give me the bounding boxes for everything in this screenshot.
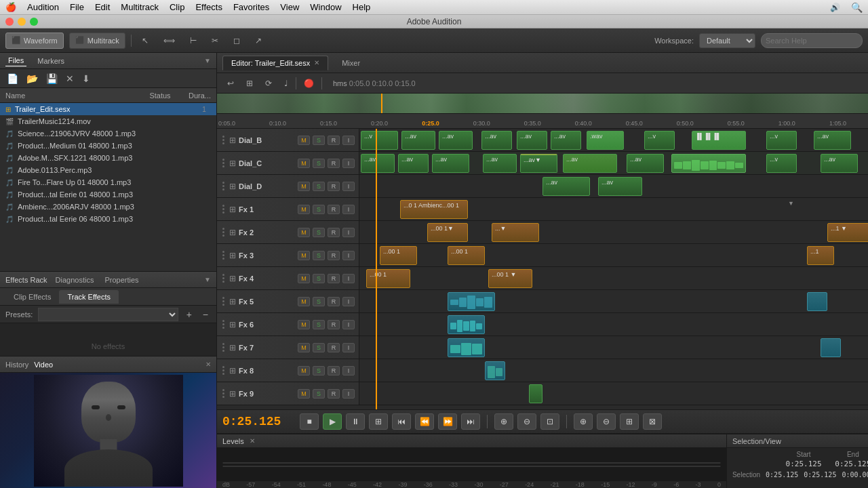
clip[interactable]: ...v [766,131,797,150]
clip[interactable]: ...v [361,131,398,150]
record-btn[interactable]: R [328,274,340,283]
history-tab[interactable]: History [5,361,28,369]
add-effect-btn[interactable]: + [184,308,195,321]
drag-handle[interactable] [221,159,226,167]
clip[interactable]: ...av [542,177,590,196]
zoom-selection-btn[interactable]: ⊠ [643,413,662,430]
track-input-btn[interactable]: I [342,159,355,168]
record-btn[interactable]: R [328,182,340,191]
zoom-vertical-in-btn[interactable]: ⊕ [574,413,593,430]
file-item[interactable]: 🎵 Ambienc...2006ARJV 48000 1.mp3 [0,201,216,213]
metronome-btn[interactable]: ♩ [279,76,293,91]
clip[interactable]: ...0 1 Ambienc...00 1 [400,200,468,219]
zoom-in-btn[interactable]: ⊕ [494,413,513,430]
multitrack-btn[interactable]: ⬛ Multitrack [69,33,125,49]
solo-btn[interactable]: S [313,205,325,214]
solo-btn[interactable]: S [313,136,325,145]
play-btn[interactable]: ▶ [323,413,342,430]
solo-btn[interactable]: S [313,182,325,191]
clip[interactable]: ...00 1 [380,246,417,265]
drag-handle[interactable] [221,366,226,375]
snap-btn[interactable]: ⊞ [241,76,258,91]
effects-diagnostics-tab[interactable]: Diagnostics [53,274,97,285]
clip[interactable]: ...av [598,177,642,196]
file-item[interactable]: 🎵 Adobe.0113.Perc.mp3 [0,164,216,176]
clip[interactable]: ...v [644,131,675,150]
track-input-btn[interactable]: I [342,389,355,399]
solo-btn[interactable]: S [313,159,325,168]
solo-btn[interactable]: S [313,320,325,329]
zoom-vertical-out-btn[interactable]: ⊖ [597,413,616,430]
file-item[interactable]: 🎵 Science...21906JVRV 48000 1.mp3 [0,127,216,140]
file-item[interactable]: 🎵 Product...tal Eerie 01 48000 1.mp3 [0,188,216,201]
solo-btn[interactable]: S [313,228,325,237]
rewind-btn[interactable]: ⏪ [415,413,434,430]
video-panel-collapse[interactable]: ✕ [205,361,211,368]
zoom-fit-btn[interactable]: ⊡ [540,413,559,430]
drag-handle[interactable] [221,228,226,237]
clip[interactable]: ...av [821,154,858,173]
track-clips-dial-b[interactable]: ...v ...av ...av ...av ...av ...av .wav … [359,129,868,151]
apple-menu[interactable]: 🍎 [5,2,16,12]
workspace-select[interactable]: Default [699,33,755,48]
drag-handle[interactable] [221,251,226,260]
solo-btn[interactable]: S [313,389,325,399]
menu-window[interactable]: Window [310,2,341,12]
fade-tool[interactable]: ↗ [250,33,267,48]
track-clips-fx1[interactable]: ...0 1 Ambienc...00 1 ▼ [359,198,868,220]
clip[interactable]: ...av▼ [520,154,557,173]
mute-btn[interactable]: M [298,251,310,260]
menu-audition[interactable]: Audition [27,2,59,12]
track-clips-fx4[interactable]: ...00 1 ...00 1 ▼ [359,267,868,289]
track-input-btn[interactable]: I [342,297,355,306]
drag-handle[interactable] [221,343,226,352]
menu-file[interactable]: File [70,2,84,12]
clip[interactable] [448,315,485,334]
loop-btn[interactable]: ⟳ [260,76,277,91]
record-btn[interactable]: R [328,136,340,145]
clip[interactable]: ...00 1 [366,269,410,288]
clip[interactable]: ...av [551,131,581,150]
mute-btn[interactable]: M [298,389,310,399]
solo-btn[interactable]: S [313,343,325,352]
track-clips-dial-d[interactable]: ...av ...av [359,175,868,197]
menu-multitrack[interactable]: Multitrack [121,2,159,12]
clip[interactable]: ...v [766,154,797,173]
drag-handle[interactable] [221,182,226,190]
file-item[interactable]: 🎵 Adobe.M...SFX.1221 48000 1.mp3 [0,152,216,164]
markers-tab[interactable]: Markers [35,56,67,66]
mute-btn[interactable]: M [298,274,310,283]
clip[interactable] [671,154,746,173]
menu-effects[interactable]: Effects [195,2,222,12]
erase-tool[interactable]: ◻ [229,33,245,48]
record-btn[interactable]: R [328,343,340,352]
clip[interactable]: ...1 [807,246,834,265]
stop-btn[interactable]: ■ [300,413,319,430]
skip-to-start-btn[interactable]: ⏮ [392,413,411,430]
record-btn[interactable]: R [328,251,340,260]
editor-tab-close[interactable]: ✕ [314,59,319,66]
record-btn[interactable]: R [328,320,340,329]
track-clips-fx2[interactable]: ...00 1▼ ...▼ ...1 ▼ [359,221,868,243]
drag-handle[interactable] [221,389,226,398]
record-btn[interactable]: R [328,159,340,168]
import-btn[interactable]: ⬇ [79,72,93,85]
zoom-out-btn[interactable]: ⊖ [517,413,536,430]
mute-btn[interactable]: M [298,297,310,306]
trim-tool[interactable]: ⊢ [185,33,201,48]
waveform-btn[interactable]: ⬛ Waveform [5,33,64,49]
skip-to-end-btn[interactable]: ⏭ [461,413,480,430]
file-item[interactable]: ⊞ Trailer_Edit.sesx 1 [0,103,216,115]
clip[interactable]: ...00 1 [448,246,485,265]
solo-btn[interactable]: S [313,274,325,283]
levels-tab[interactable]: Levels [222,437,244,445]
record-btn[interactable]: R [328,297,340,306]
record-btn[interactable]: R [328,389,340,399]
mute-btn[interactable]: M [298,228,310,237]
clip-effects-tab[interactable]: Clip Effects [5,290,59,304]
clip[interactable]: ...av [361,154,395,173]
editor-tab[interactable]: Editor: Trailer_Edit.sesx ✕ [222,56,328,70]
clip[interactable]: ...av [563,154,617,173]
mixer-tab[interactable]: Mixer [334,56,368,70]
track-effects-tab[interactable]: Track Effects [59,290,119,304]
